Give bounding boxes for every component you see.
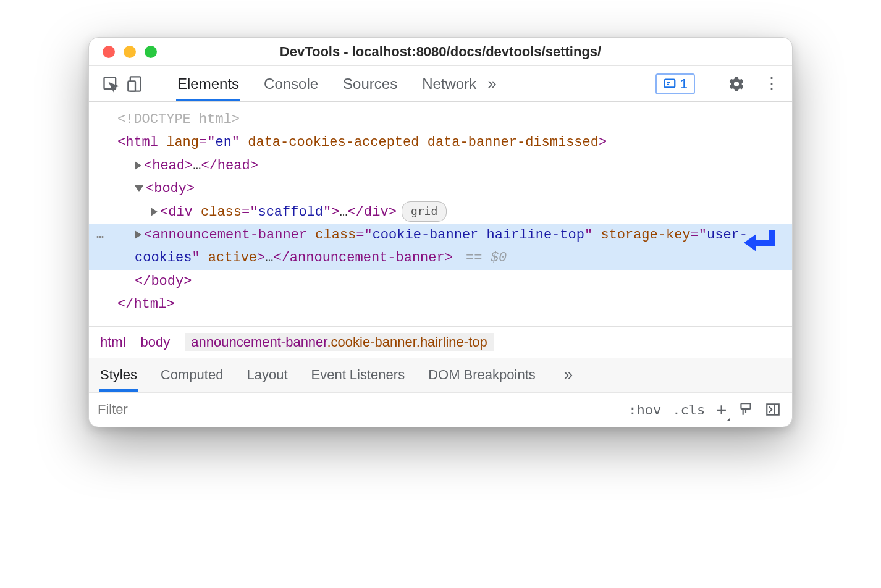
collapse-icon[interactable] bbox=[135, 185, 143, 192]
device-toolbar-icon[interactable] bbox=[125, 74, 146, 94]
more-options-icon[interactable]: ⋮ bbox=[756, 74, 787, 93]
issues-count: 1 bbox=[680, 76, 688, 92]
dom-div-scaffold[interactable]: <div class="scaffold">…</div>grid bbox=[89, 201, 792, 224]
toolbar-divider bbox=[156, 75, 156, 93]
dom-html-open[interactable]: <html lang="en" data-cookies-accepted da… bbox=[89, 131, 792, 154]
cls-toggle[interactable]: .cls bbox=[672, 402, 705, 418]
styles-actions: :hov .cls + bbox=[617, 393, 792, 427]
styles-filter-input[interactable] bbox=[89, 394, 617, 425]
dom-doctype[interactable]: <!DOCTYPE html> bbox=[89, 108, 792, 131]
toolbar-divider bbox=[710, 75, 710, 93]
devtools-window: DevTools - localhost:8080/docs/devtools/… bbox=[88, 37, 793, 427]
main-toolbar: Elements Console Sources Network » 1 ⋮ bbox=[89, 66, 792, 102]
gutter-menu-icon[interactable]: ⋯ bbox=[96, 227, 105, 248]
subtab-layout[interactable]: Layout bbox=[245, 358, 289, 392]
breadcrumb-body[interactable]: body bbox=[141, 334, 171, 350]
expand-icon[interactable] bbox=[151, 208, 158, 216]
svg-rect-3 bbox=[665, 79, 675, 87]
svg-rect-5 bbox=[767, 404, 779, 414]
new-style-rule-icon[interactable]: + bbox=[716, 400, 727, 420]
traffic-lights bbox=[89, 46, 157, 58]
tab-sources[interactable]: Sources bbox=[342, 67, 398, 101]
inspect-element-icon[interactable] bbox=[100, 74, 121, 94]
paint-flashing-icon[interactable] bbox=[738, 401, 754, 418]
styles-toolbar: :hov .cls + bbox=[89, 392, 792, 427]
close-window-button[interactable] bbox=[103, 46, 115, 58]
dom-html-close[interactable]: </html> bbox=[89, 293, 792, 316]
main-tabs: Elements Console Sources Network bbox=[176, 67, 478, 101]
computed-panel-toggle-icon[interactable] bbox=[765, 401, 781, 418]
hov-toggle[interactable]: :hov bbox=[628, 402, 661, 418]
expand-icon[interactable] bbox=[135, 230, 141, 239]
console-ref: == $0 bbox=[458, 250, 507, 266]
subtab-event-listeners[interactable]: Event Listeners bbox=[310, 358, 407, 392]
breadcrumb-selected[interactable]: announcement-banner.cookie-banner.hairli… bbox=[185, 333, 493, 351]
minimize-window-button[interactable] bbox=[124, 46, 136, 58]
grid-badge[interactable]: grid bbox=[402, 201, 447, 222]
tab-elements[interactable]: Elements bbox=[176, 67, 240, 101]
tab-network[interactable]: Network bbox=[421, 67, 478, 101]
breadcrumb: html body announcement-banner.cookie-ban… bbox=[89, 326, 792, 358]
tabs-overflow-icon[interactable]: » bbox=[481, 74, 502, 93]
window-title: DevTools - localhost:8080/docs/devtools/… bbox=[89, 44, 792, 60]
issues-icon bbox=[663, 77, 677, 91]
settings-icon[interactable] bbox=[720, 75, 752, 93]
breadcrumb-html[interactable]: html bbox=[100, 334, 126, 350]
svg-rect-4 bbox=[741, 403, 750, 409]
annotation-arrow-icon bbox=[741, 227, 778, 259]
subtab-dom-breakpoints[interactable]: DOM Breakpoints bbox=[427, 358, 537, 392]
dom-selected-node[interactable]: ⋯ <announcement-banner class="cookie-ban… bbox=[89, 224, 792, 270]
dom-body-close[interactable]: </body> bbox=[89, 270, 792, 293]
styles-tabs: Styles Computed Layout Event Listeners D… bbox=[89, 358, 792, 392]
issues-button[interactable]: 1 bbox=[655, 74, 695, 94]
tab-console[interactable]: Console bbox=[263, 67, 319, 101]
svg-rect-2 bbox=[128, 81, 135, 91]
titlebar: DevTools - localhost:8080/docs/devtools/… bbox=[89, 38, 792, 66]
dom-tree[interactable]: <!DOCTYPE html> <html lang="en" data-coo… bbox=[89, 102, 792, 326]
subtab-styles[interactable]: Styles bbox=[99, 358, 138, 392]
subtabs-overflow-icon[interactable]: » bbox=[558, 365, 579, 384]
subtab-computed[interactable]: Computed bbox=[159, 358, 225, 392]
dom-body-open[interactable]: <body> bbox=[89, 177, 792, 200]
fullscreen-window-button[interactable] bbox=[145, 46, 157, 58]
dom-head[interactable]: <head>…</head> bbox=[89, 154, 792, 177]
expand-icon[interactable] bbox=[135, 161, 141, 170]
